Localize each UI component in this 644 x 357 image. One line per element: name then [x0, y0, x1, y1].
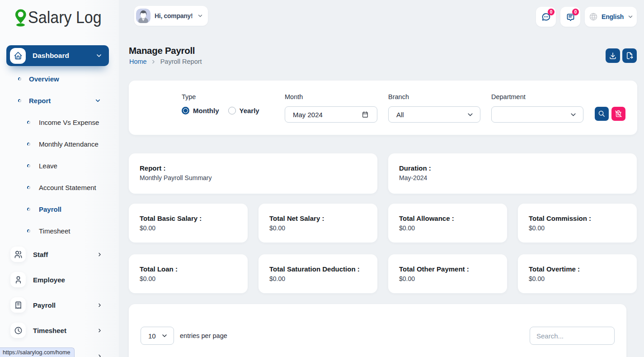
sidebar-item-staff[interactable]: Staff — [0, 247, 119, 262]
dashboard-label: Dashboard — [33, 52, 69, 60]
clock-icon — [14, 326, 23, 335]
report-value: Monthly Payroll Summary — [140, 174, 367, 181]
user-icon — [14, 276, 23, 284]
monthly-radio[interactable] — [182, 107, 189, 114]
total-label: Total Other Payment : — [399, 265, 499, 273]
chevron-down-icon — [569, 111, 577, 119]
sidebar-item-timesheet-report[interactable]: Timesheet — [0, 225, 119, 236]
timesheet-label: Timesheet — [33, 327, 66, 334]
globe-icon — [589, 12, 598, 21]
file-export-icon — [625, 52, 634, 60]
chevron-right-icon — [97, 252, 103, 257]
sidebar-item-employee[interactable]: Employee — [0, 272, 119, 287]
employee-label: Employee — [33, 276, 65, 284]
bullet-icon — [27, 208, 30, 211]
total-label: Total Basic Salary : — [140, 214, 240, 222]
total-label: Total Commission : — [529, 214, 629, 222]
sidebar-item-leave[interactable]: Leave — [0, 160, 119, 171]
main-content: Manage Payroll Home Payroll Report Type — [119, 0, 644, 357]
chat-badge: 0 — [548, 9, 555, 15]
sidebar-item-report[interactable]: Report — [0, 95, 119, 106]
total-saturation-deduction-card: Total Saturation Deduction : $0.00 — [259, 254, 377, 293]
duration-value: May-2024 — [399, 174, 626, 181]
sidebar-item-timesheet[interactable]: Timesheet — [0, 323, 119, 338]
total-label: Total Net Salary : — [269, 214, 369, 222]
clear-button[interactable] — [611, 107, 625, 121]
notifications-button[interactable]: 0 — [560, 7, 580, 27]
total-value: $0.00 — [140, 224, 240, 232]
yearly-radio[interactable] — [228, 107, 236, 114]
account-statement-label: Account Statement — [39, 184, 96, 191]
chat-button[interactable]: 0 — [536, 7, 556, 27]
staff-icon-tile — [10, 247, 26, 262]
logo-pin-icon — [15, 9, 27, 27]
total-net-salary-card: Total Net Salary : $0.00 — [259, 204, 377, 243]
employee-icon-tile — [10, 272, 26, 287]
bullet-icon — [27, 164, 30, 167]
branch-value: All — [396, 111, 404, 119]
bullet-icon — [18, 77, 21, 81]
sidebar: Salary Log Dashboard Overview Report Inc… — [0, 0, 119, 357]
leave-label: Leave — [39, 162, 57, 170]
sidebar-item-account-statement[interactable]: Account Statement — [0, 182, 119, 193]
avatar — [136, 9, 150, 23]
status-url: https://salarylog.com/home — [3, 349, 70, 356]
report-card: Report : Monthly Payroll Summary — [129, 153, 377, 194]
sidebar-item-monthly-attendance[interactable]: Monthly Attendance — [0, 138, 119, 149]
sidebar-item-income-vs-expense[interactable]: Income Vs Expense — [0, 117, 119, 128]
type-label: Type — [182, 93, 274, 100]
sidebar-item-dashboard[interactable]: Dashboard — [6, 45, 109, 66]
logo[interactable]: Salary Log — [15, 9, 108, 27]
entries-per-page-label: entries per page — [180, 332, 227, 339]
total-value: $0.00 — [140, 275, 240, 282]
user-menu[interactable]: Hi, company! — [134, 6, 208, 26]
notification-badge: 0 — [572, 9, 579, 15]
total-value: $0.00 — [269, 224, 369, 232]
chevron-down-icon — [95, 52, 103, 59]
total-label: Total Overtime : — [529, 265, 629, 273]
chevron-down-icon — [161, 332, 168, 339]
greeting-text: Hi, company! — [155, 12, 193, 19]
total-label: Total Saturation Deduction : — [269, 265, 369, 273]
search-button[interactable] — [595, 107, 609, 121]
report-label: Report — [29, 97, 51, 105]
chevron-down-icon — [627, 14, 634, 20]
bullet-icon — [27, 143, 30, 146]
total-loan-card: Total Loan : $0.00 — [129, 254, 248, 293]
home-icon-tile — [10, 48, 26, 64]
home-icon — [14, 51, 23, 60]
language-selector[interactable]: English — [585, 7, 637, 27]
department-select[interactable] — [491, 106, 583, 123]
total-label: Total Loan : — [140, 265, 240, 273]
bullet-icon — [27, 186, 30, 189]
duration-card: Duration : May-2024 — [388, 153, 637, 194]
table-card: 10 entries per page — [129, 304, 626, 357]
month-input[interactable]: May 2024 — [285, 106, 377, 123]
staff-label: Staff — [33, 251, 48, 258]
breadcrumb-home-link[interactable]: Home — [129, 58, 147, 65]
sidebar-item-payroll-report[interactable]: Payroll — [0, 204, 119, 214]
sidebar-item-overview[interactable]: Overview — [0, 73, 119, 84]
chevron-right-icon — [97, 353, 103, 357]
branch-select[interactable]: All — [388, 106, 480, 123]
income-vs-expense-label: Income Vs Expense — [39, 119, 99, 126]
page-size-select[interactable]: 10 — [141, 327, 174, 345]
yearly-label: Yearly — [240, 107, 259, 114]
total-label: Total Allowance : — [399, 214, 499, 222]
trash-off-icon — [615, 110, 622, 118]
overview-label: Overview — [29, 75, 59, 83]
month-label: Month — [285, 93, 377, 100]
total-value: $0.00 — [399, 275, 499, 282]
receipt-icon — [14, 301, 23, 309]
total-basic-salary-card: Total Basic Salary : $0.00 — [129, 204, 248, 243]
export-button[interactable] — [622, 48, 637, 63]
branch-label: Branch — [388, 93, 480, 100]
search-icon — [598, 110, 606, 118]
chevron-right-icon — [97, 302, 103, 308]
payroll-report-label: Payroll — [39, 205, 61, 213]
timesheet-icon-tile — [10, 323, 26, 338]
download-button[interactable] — [606, 48, 620, 63]
sidebar-item-payroll[interactable]: Payroll — [0, 297, 119, 313]
table-search-input[interactable] — [530, 327, 615, 345]
total-commission-card: Total Commission : $0.00 — [518, 204, 637, 243]
